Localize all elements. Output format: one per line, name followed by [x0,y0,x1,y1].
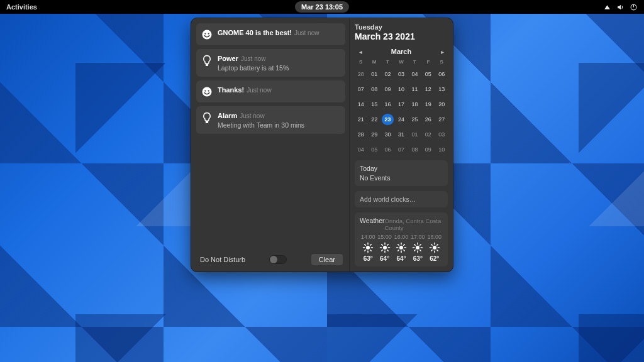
notification-detail: Laptop battery is at 15% [218,64,289,72]
network-icon [603,3,611,11]
calendar-day[interactable]: 08 [409,144,421,155]
dnd-label: Do Not Disturb [200,256,245,263]
calendar-day[interactable]: 30 [382,129,394,140]
calendar-day[interactable]: 06 [382,144,394,155]
calendar-day[interactable]: 07 [395,144,407,155]
forecast-temp: 63° [413,255,423,262]
notification-time: Just now [294,30,319,36]
calendar-day[interactable]: 09 [422,144,434,155]
forecast-temp: 64° [380,255,389,262]
notification-time: Just now [241,55,265,62]
clear-button[interactable]: Clear [311,254,343,265]
forecast-item: 17:0063° [409,234,426,262]
calendar-day[interactable]: 02 [422,129,434,140]
calendar-day[interactable]: 02 [382,69,394,80]
notification-item[interactable]: GNOME 40 is the best!Just now [196,23,345,45]
calendar-day[interactable]: 27 [436,114,448,125]
notification-detail: Meeting with Team in 30 mins [218,121,304,129]
calendar-day-today[interactable]: 23 [382,114,394,125]
forecast-time: 16:00 [394,234,409,240]
notification-time: Just now [247,87,271,94]
weekday-header: T [382,59,394,65]
calendar-day[interactable]: 20 [436,99,448,110]
forecast-item: 18:0062° [426,234,443,262]
calendar-day[interactable]: 28 [355,129,367,140]
calendar-day[interactable]: 28 [355,69,367,80]
calendar-week: 04050607080910 [355,144,448,155]
forecast-temp: 64° [396,255,406,262]
events-empty: No Events [360,174,443,182]
next-month-button[interactable]: ▸ [438,48,447,55]
forecast-time: 15:00 [377,234,392,240]
calendar-day[interactable]: 26 [422,114,434,125]
weekday-header: F [422,59,434,65]
calendar-day[interactable]: 13 [436,84,448,95]
weather-label: Weather [360,217,385,224]
notification-item[interactable]: AlarmJust nowMeeting with Team in 30 min… [196,106,345,134]
calendar-day[interactable]: 04 [355,144,367,155]
calendar-day[interactable]: 11 [409,84,421,95]
events-section[interactable]: Today No Events [355,160,448,186]
calendar-day[interactable]: 05 [422,69,434,80]
calendar-day[interactable]: 09 [382,84,394,95]
full-date-label: March 23 2021 [355,31,448,41]
calendar-day[interactable]: 17 [395,99,407,110]
calendar-week: 21222324252627 [355,114,448,125]
calendar-day[interactable]: 10 [436,144,448,155]
weekday-header: M [368,59,380,65]
calendar-day[interactable]: 31 [395,129,407,140]
notification-title: Thanks! [218,86,244,94]
calendar-day[interactable]: 12 [422,84,434,95]
forecast-temp: 62° [430,255,439,262]
calendar-day[interactable]: 01 [368,69,380,80]
calendar-day[interactable]: 10 [395,84,407,95]
calendar-day[interactable]: 16 [382,99,394,110]
forecast-time: 14:00 [361,234,375,240]
calendar-column: Tuesday March 23 2021 ◂ March ▸ SMTWTFS … [350,18,453,272]
calendar-day[interactable]: 29 [368,129,380,140]
top-bar: Activities Mar 23 13:05 [0,0,644,14]
smile-icon [201,29,213,40]
calendar-day[interactable]: 22 [368,114,380,125]
lightbulb-icon [201,55,213,66]
calendar-day[interactable]: 25 [409,114,421,125]
calendar-day[interactable]: 08 [368,84,380,95]
weather-section[interactable]: Weather Orinda, Contra Costa County 14:0… [355,212,448,266]
calendar-day[interactable]: 15 [368,99,380,110]
prev-month-button[interactable]: ◂ [356,48,365,55]
notification-item[interactable]: Thanks!Just now [196,80,345,102]
date-menu-popover: GNOME 40 is the best!Just nowPowerJust n… [191,18,453,272]
dnd-switch[interactable] [269,255,287,264]
calendar-day[interactable]: 21 [355,114,367,125]
date-header: Tuesday March 23 2021 [355,23,448,41]
system-tray[interactable] [603,3,638,11]
calendar-day[interactable]: 04 [409,69,421,80]
sun-icon [429,242,440,253]
lightbulb-icon [201,112,213,123]
calendar-day[interactable]: 19 [422,99,434,110]
calendar-day[interactable]: 24 [395,114,407,125]
notification-title: GNOME 40 is the best! [218,29,292,36]
weekday-header: S [355,59,367,65]
weekday-header: W [395,59,407,65]
calendar-day[interactable]: 07 [355,84,367,95]
sun-icon [362,242,374,253]
activities-button[interactable]: Activities [6,3,37,11]
weekday-label: Tuesday [355,23,448,31]
notification-item[interactable]: PowerJust nowLaptop battery is at 15% [196,49,345,77]
calendar-week: 07080910111213 [355,84,448,95]
sun-icon [412,242,423,253]
calendar-day[interactable]: 18 [409,99,421,110]
calendar-day[interactable]: 05 [368,144,380,155]
power-icon [630,3,638,11]
forecast-item: 14:0063° [360,234,376,262]
calendar-day[interactable]: 03 [395,69,407,80]
forecast-temp: 63° [364,255,373,262]
clock-button[interactable]: Mar 23 13:05 [295,1,349,13]
calendar-day[interactable]: 14 [355,99,367,110]
calendar-day[interactable]: 06 [436,69,448,80]
calendar-day[interactable]: 01 [409,129,421,140]
calendar-day[interactable]: 03 [436,129,448,140]
world-clocks-button[interactable]: Add world clocks… [355,191,448,207]
weekday-header-row: SMTWTFS [355,59,448,65]
